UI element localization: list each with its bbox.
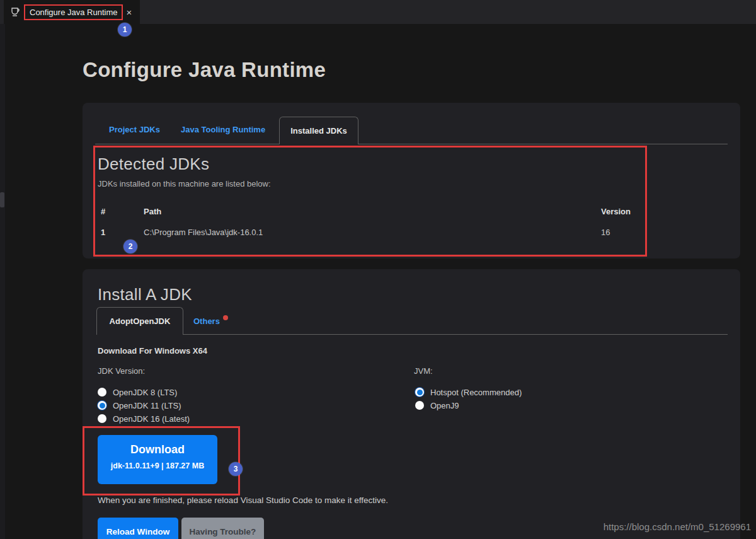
table-row-version: 16	[601, 228, 610, 237]
tab-others[interactable]: Others	[193, 315, 228, 326]
download-for-label: Download For Windows X64	[98, 346, 207, 356]
configure-java-runtime-page: Configure Java Runtime × Configure Java …	[0, 0, 756, 539]
radio-openj9-label: OpenJ9	[430, 401, 459, 410]
radio-selected-icon[interactable]	[415, 388, 424, 397]
download-button[interactable]: Download jdk-11.0.11+9 | 187.27 MB	[98, 435, 217, 484]
install-jdk-heading: Install A JDK	[98, 285, 192, 304]
reload-note: When you are finished, please reload Vis…	[98, 496, 388, 505]
radio-openj9[interactable]: OpenJ9	[415, 399, 459, 412]
tab-others-label: Others	[193, 316, 220, 326]
radio-unselected-icon[interactable]	[415, 401, 424, 410]
editor-tab-bar: Configure Java Runtime ×	[0, 0, 756, 24]
annotation-badge-3: 3	[229, 462, 243, 476]
radio-hotspot-label: Hotspot (Recommended)	[430, 388, 522, 397]
detected-jdks-heading: Detected JDKs	[98, 154, 209, 174]
close-icon[interactable]: ×	[126, 8, 132, 17]
tab-row-divider	[95, 144, 728, 144]
download-button-detail: jdk-11.0.11+9 | 187.27 MB	[111, 461, 204, 470]
tab-java-tooling-runtime[interactable]: Java Tooling Runtime	[181, 125, 265, 134]
radio-hotspot[interactable]: Hotspot (Recommended)	[415, 386, 522, 398]
radio-openjdk-11-label: OpenJDK 11 (LTS)	[113, 401, 181, 410]
scrollbar-thumb[interactable]	[0, 192, 4, 207]
download-button-label: Download	[130, 443, 185, 456]
annotation-badge-1: 1	[118, 23, 132, 37]
csdn-watermark: https://blog.csdn.net/m0_51269961	[604, 521, 751, 532]
left-edge-strip	[0, 24, 5, 539]
editor-tab-title-annotated: Configure Java Runtime	[24, 4, 123, 20]
radio-openjdk-8[interactable]: OpenJDK 8 (LTS)	[98, 386, 177, 398]
radio-openjdk-11[interactable]: OpenJDK 11 (LTS)	[98, 399, 181, 412]
table-header-version: Version	[601, 207, 631, 216]
install-tab-divider	[96, 334, 728, 335]
radio-unselected-icon[interactable]	[98, 414, 106, 423]
table-header-path: Path	[144, 207, 161, 216]
radio-openjdk-16-label: OpenJDK 16 (Latest)	[113, 414, 190, 424]
jvm-label: JVM:	[414, 366, 433, 376]
annotation-badge-2: 2	[123, 240, 137, 253]
having-trouble-button[interactable]: Having Trouble?	[181, 518, 264, 539]
tab-installed-jdks[interactable]: Installed JDKs	[279, 117, 358, 144]
detected-jdks-subtitle: JDKs installed on this machine are liste…	[98, 179, 271, 188]
radio-openjdk-8-label: OpenJDK 8 (LTS)	[113, 388, 177, 397]
jdk-version-label: JDK Version:	[98, 366, 145, 376]
detected-jdks-panel: Project JDKs Java Tooling Runtime Instal…	[83, 103, 740, 258]
install-jdk-panel: Install A JDK AdoptOpenJDK Others Downlo…	[83, 269, 740, 539]
radio-unselected-icon[interactable]	[98, 388, 106, 397]
java-cup-icon	[10, 6, 21, 18]
table-row-index: 1	[101, 228, 105, 237]
reload-window-button[interactable]: Reload Window	[98, 518, 178, 539]
notification-dot-icon	[223, 315, 228, 320]
tab-project-jdks[interactable]: Project JDKs	[109, 125, 160, 134]
table-header-index: #	[101, 207, 105, 216]
tab-adoptopenjdk[interactable]: AdoptOpenJDK	[96, 307, 183, 335]
radio-selected-icon[interactable]	[98, 401, 106, 410]
editor-tab-configure-java-runtime[interactable]: Configure Java Runtime ×	[4, 0, 140, 24]
page-title: Configure Java Runtime	[83, 58, 326, 82]
table-row-path: C:\Program Files\Java\jdk-16.0.1	[144, 228, 263, 237]
radio-openjdk-16[interactable]: OpenJDK 16 (Latest)	[98, 412, 190, 425]
